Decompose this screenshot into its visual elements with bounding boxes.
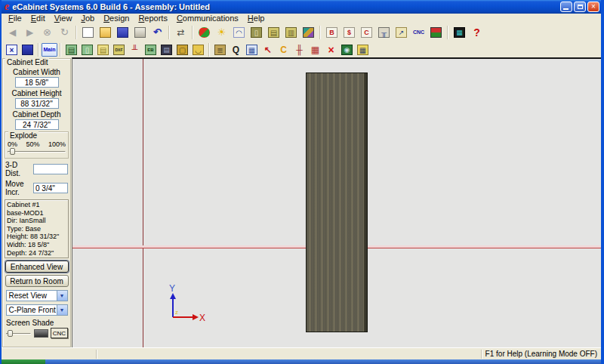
- dxf-export-icon[interactable]: DXF: [111, 43, 127, 57]
- enhanced-view-button[interactable]: Enhanced View: [5, 261, 69, 273]
- menu-view[interactable]: View: [50, 14, 77, 23]
- menu-reports[interactable]: Reports: [134, 14, 172, 23]
- toolbar-separator: [38, 43, 39, 57]
- explode-slider[interactable]: [7, 148, 66, 155]
- grid-window-icon[interactable]: ▦: [244, 43, 260, 57]
- film-icon[interactable]: ▦: [451, 24, 468, 40]
- report-cost-icon[interactable]: $: [341, 24, 358, 40]
- cabinet-width-input[interactable]: [15, 77, 59, 88]
- rotate-c-icon[interactable]: C: [276, 43, 291, 57]
- info-line: Type: Base: [7, 225, 66, 233]
- main-room-button[interactable]: Main: [42, 43, 57, 57]
- help-icon[interactable]: ?: [468, 24, 485, 40]
- jug-icon[interactable]: ◡: [190, 43, 206, 57]
- menu-edit[interactable]: Edit: [26, 14, 50, 23]
- back-arrow-icon[interactable]: ◀: [4, 24, 21, 40]
- cnc-editor-icon[interactable]: CNC: [410, 24, 427, 40]
- menu-design[interactable]: Design: [99, 14, 134, 23]
- explode-group: Explode 0% 50% 100%: [5, 131, 69, 159]
- export-folder-icon[interactable]: ↗: [393, 24, 410, 40]
- cnc-button[interactable]: CNC: [51, 328, 68, 338]
- cabinet-open-green-icon[interactable]: ▯: [79, 43, 95, 57]
- explode-ticks: 0% 50% 100%: [7, 140, 66, 148]
- search-q-icon[interactable]: Q: [228, 43, 244, 57]
- title-bar: e eCabinet Systems 6.0 Build 6 - Assembl…: [2, 0, 601, 14]
- viewport-canvas[interactable]: Y X z: [72, 57, 601, 347]
- taskbar: [2, 359, 601, 364]
- cabinet-panel-object[interactable]: [306, 72, 368, 332]
- cabinet-height-field: Cabinet Height: [4, 89, 69, 109]
- window-controls: ×: [560, 2, 599, 12]
- sidebar-title: Cabinet Edit: [5, 58, 49, 66]
- refresh-circle-icon[interactable]: ↻: [56, 24, 73, 40]
- cplane-value: C-Plane Front: [9, 306, 56, 314]
- measure-arrow-icon[interactable]: ↖: [260, 43, 276, 57]
- axis-x-label: X: [199, 313, 205, 323]
- minimize-button[interactable]: [560, 2, 572, 12]
- report-cutlist-icon[interactable]: C: [358, 24, 375, 40]
- chevron-down-icon: ▼: [57, 305, 67, 315]
- forward-arrow-icon[interactable]: ▶: [21, 24, 39, 40]
- dresser-icon[interactable]: ▤: [95, 43, 111, 57]
- window-x-icon[interactable]: ×: [4, 43, 20, 57]
- print-icon[interactable]: [131, 24, 149, 40]
- reset-view-select[interactable]: Reset View ▼: [6, 290, 68, 301]
- open-folder-icon[interactable]: [97, 24, 114, 40]
- new-document-icon[interactable]: [79, 24, 97, 40]
- keyboard-icon[interactable]: ▤: [159, 43, 174, 57]
- sun-target-icon[interactable]: ☀: [213, 24, 230, 40]
- cabinet-green-icon[interactable]: ▤: [63, 43, 79, 57]
- assembly-bench-icon[interactable]: ╨: [127, 43, 143, 57]
- panel-output-icon[interactable]: [427, 24, 445, 40]
- window-title: eCabinet Systems 6.0 Build 6 - Assembly:…: [12, 2, 560, 11]
- calendar-icon[interactable]: ▦: [355, 43, 371, 57]
- cabinet-double-icon[interactable]: ▥: [282, 24, 300, 40]
- move-incr-input[interactable]: [33, 183, 68, 193]
- eb-icon[interactable]: EB: [143, 43, 159, 57]
- delete-x-icon[interactable]: ×: [323, 43, 339, 57]
- board-stack-icon[interactable]: ≣: [212, 43, 228, 57]
- undo-icon[interactable]: ↶: [149, 24, 166, 40]
- road-section-icon[interactable]: ╫: [291, 43, 307, 57]
- tall-cabinet-icon[interactable]: ▢: [174, 43, 190, 57]
- restore-button[interactable]: [574, 2, 586, 12]
- menu-file[interactable]: File: [4, 14, 26, 23]
- nest-grid-icon[interactable]: ▦: [307, 43, 323, 57]
- menu-communications[interactable]: Communications: [172, 14, 243, 23]
- preferences-sliders-icon[interactable]: ⇄: [172, 24, 190, 40]
- machine-icon[interactable]: ╥: [375, 24, 393, 40]
- close-button[interactable]: ×: [587, 2, 599, 12]
- toolbar-separator: [60, 43, 61, 57]
- door-panel-icon[interactable]: ▯: [248, 24, 265, 40]
- 3d-dist-input[interactable]: [33, 164, 68, 174]
- camera-icon[interactable]: ◉: [339, 43, 355, 57]
- cabinet-drawers-icon[interactable]: ▤: [265, 24, 282, 40]
- start-button-fragment[interactable]: [2, 359, 45, 364]
- toolbar-separator: [168, 26, 170, 39]
- texture-tile-icon[interactable]: [300, 24, 317, 40]
- cabinet-width-label: Cabinet Width: [4, 68, 69, 76]
- explode-slider-thumb[interactable]: [10, 148, 15, 155]
- save-icon[interactable]: [114, 24, 131, 40]
- screen-shade-slider[interactable]: [5, 330, 32, 337]
- floppy-blue-icon[interactable]: [20, 43, 35, 57]
- cabinet-depth-input[interactable]: [15, 119, 59, 130]
- screen-shade-thumb[interactable]: [8, 330, 13, 337]
- material-sphere-icon[interactable]: [196, 24, 213, 40]
- menu-help[interactable]: Help: [243, 14, 270, 23]
- tick-0: 0%: [8, 140, 17, 148]
- cancel-circle-icon[interactable]: ⊗: [39, 24, 56, 40]
- cabinet-height-input[interactable]: [15, 98, 59, 109]
- sidebar-panel: Cabinet Edit Cabinet WidthCabinet Height…: [2, 57, 72, 347]
- menu-job[interactable]: Job: [76, 14, 99, 23]
- chevron-down-icon: ▼: [57, 291, 67, 301]
- cplane-select[interactable]: C-Plane Front ▼: [6, 304, 68, 316]
- return-to-room-button[interactable]: Return to Room: [5, 275, 69, 287]
- menu-bar: FileEditViewJobDesignReportsCommunicatio…: [2, 14, 601, 23]
- arc-tool-icon[interactable]: ◠: [230, 24, 248, 40]
- explode-label: Explode: [8, 131, 39, 140]
- toolbar-row2: ×Main▤▯▤DXF╨EB▤▢◡≣Q▦↖C╫▦×◉▦: [2, 42, 601, 57]
- report-b-icon[interactable]: B: [323, 24, 341, 40]
- toolbar-separator: [319, 26, 321, 39]
- app-window: e eCabinet Systems 6.0 Build 6 - Assembl…: [0, 0, 604, 364]
